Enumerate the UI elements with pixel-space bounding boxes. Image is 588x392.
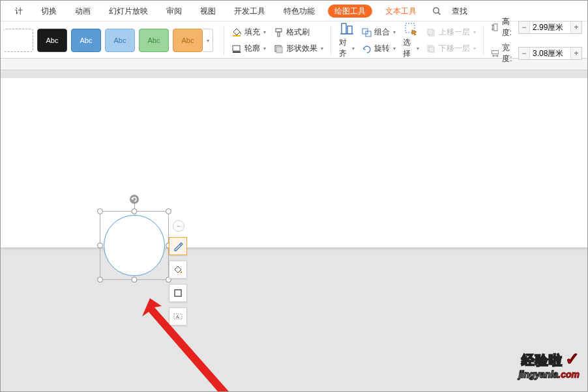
down-label: 下移一层	[439, 43, 470, 54]
tab-features[interactable]: 特色功能	[274, 1, 324, 21]
svg-rect-10	[347, 26, 352, 34]
style-swatch-orange[interactable]: Abc	[173, 29, 203, 52]
width-label: 宽度:	[502, 42, 515, 64]
style-swatch-outline[interactable]	[3, 29, 33, 52]
tab-drawing-tools[interactable]: 绘图工具	[328, 5, 372, 18]
resize-handle-nw[interactable]	[97, 208, 103, 214]
style-swatch-dark[interactable]: Abc	[37, 29, 67, 52]
height-spinner[interactable]: − +	[518, 21, 582, 34]
rotate-handle[interactable]	[130, 195, 139, 204]
brush-label: 格式刷	[286, 27, 310, 38]
float-text-button[interactable]: A	[169, 307, 187, 326]
svg-rect-18	[429, 47, 434, 52]
separator	[224, 26, 224, 55]
width-spinner[interactable]: − +	[518, 47, 582, 60]
select-label: 选择	[403, 37, 415, 59]
width-increase[interactable]: +	[571, 48, 581, 59]
height-label: 高度:	[502, 16, 515, 38]
svg-rect-4	[233, 51, 241, 53]
separator	[331, 26, 331, 55]
effect-label: 形状效果	[286, 43, 317, 54]
svg-rect-21	[492, 50, 498, 53]
group-button[interactable]: 组合▾	[360, 25, 398, 39]
width-decrease[interactable]: −	[519, 48, 529, 59]
resize-handle-w[interactable]	[97, 243, 103, 249]
resize-handle-n[interactable]	[132, 208, 138, 214]
align-label: 对齐	[339, 37, 351, 59]
style-swatch-blue[interactable]: Abc	[71, 29, 101, 52]
pencil-icon	[173, 241, 183, 251]
selected-shape[interactable]	[100, 211, 169, 280]
tab-transition[interactable]: 切换	[32, 1, 66, 21]
tab-view[interactable]: 视图	[191, 1, 225, 21]
svg-point-0	[434, 7, 439, 12]
slide[interactable]	[1, 78, 588, 247]
tab-review[interactable]: 审阅	[157, 1, 191, 21]
textbox-icon: A	[173, 311, 183, 322]
layer-up-icon	[426, 28, 436, 37]
shape-style-gallery[interactable]: Abc Abc Abc Abc Abc ▾	[6, 29, 218, 52]
float-outline-button[interactable]	[169, 284, 187, 302]
style-swatch-lightblue[interactable]: Abc	[105, 29, 135, 52]
svg-point-23	[181, 272, 183, 273]
svg-rect-3	[233, 46, 240, 51]
search-icon	[432, 7, 441, 16]
format-painter-button[interactable]: 格式刷	[272, 25, 325, 39]
circle-shape[interactable]	[104, 215, 165, 276]
watermark-domain: jingyanla	[519, 369, 559, 380]
align-icon	[339, 21, 355, 36]
search-button[interactable]: 查找	[426, 1, 483, 21]
outline-label: 轮廓	[244, 43, 260, 54]
watermark-title: 经验啦	[522, 352, 563, 369]
tab-design[interactable]: 计	[6, 1, 32, 21]
tab-text-tools[interactable]: 文本工具	[376, 1, 426, 21]
watermark: 经验啦✓ jingyanla.com	[519, 349, 580, 380]
annotation-arrow	[134, 279, 245, 392]
check-icon: ✓	[565, 349, 580, 369]
search-label: 查找	[443, 1, 477, 21]
outline-icon	[231, 44, 242, 53]
svg-rect-16	[428, 29, 433, 35]
rotate-button[interactable]: 旋转▾	[360, 42, 398, 55]
bring-forward-button: 上移一层▾	[424, 25, 478, 39]
svg-rect-24	[175, 290, 181, 296]
svg-rect-2	[233, 35, 241, 36]
collapse-button[interactable]: −	[173, 220, 184, 232]
group-label: 组合	[374, 27, 390, 38]
tab-animation[interactable]: 动画	[66, 1, 100, 21]
up-label: 上移一层	[439, 27, 470, 38]
svg-rect-5	[276, 29, 282, 32]
floating-toolbar: − A	[169, 220, 187, 326]
ribbon-body: Abc Abc Abc Abc Abc ▾ 填充▾ 轮廓▾ 格式刷 形状效果▾ …	[1, 21, 587, 59]
gallery-expand-button[interactable]: ▾	[203, 29, 213, 52]
group-icon	[362, 28, 372, 37]
shape-effect-button[interactable]: 形状效果▾	[272, 42, 325, 55]
float-fill-button[interactable]	[169, 260, 187, 279]
width-input[interactable]	[530, 48, 570, 59]
resize-handle-s[interactable]	[132, 277, 138, 283]
align-button[interactable]: 对齐▾	[336, 20, 358, 61]
outline-button[interactable]: 轮廓▾	[229, 42, 268, 55]
effect-icon	[274, 44, 284, 53]
canvas-area[interactable]: − A 经验啦✓ jingyanla.com	[1, 70, 587, 391]
paint-icon	[173, 264, 183, 275]
tab-devtools[interactable]: 开发工具	[225, 1, 274, 21]
height-input[interactable]	[530, 21, 570, 33]
height-decrease[interactable]: −	[519, 21, 529, 33]
fill-button[interactable]: 填充▾	[229, 25, 268, 39]
float-format-button[interactable]	[169, 237, 187, 255]
layer-down-icon	[426, 44, 436, 53]
svg-rect-6	[278, 32, 280, 36]
fill-label: 填充	[244, 27, 260, 38]
tab-slideshow[interactable]: 幻灯片放映	[100, 1, 157, 21]
height-increase[interactable]: +	[571, 21, 581, 33]
style-swatch-green[interactable]: Abc	[139, 29, 169, 52]
svg-rect-19	[493, 24, 497, 31]
bucket-icon	[231, 28, 242, 36]
size-group: 高度: − + 宽度: − +	[489, 16, 582, 64]
resize-handle-sw[interactable]	[97, 277, 103, 283]
resize-handle-ne[interactable]	[166, 208, 171, 214]
width-icon	[492, 49, 499, 59]
height-icon	[492, 22, 499, 33]
select-button[interactable]: 选择▾	[400, 20, 422, 61]
